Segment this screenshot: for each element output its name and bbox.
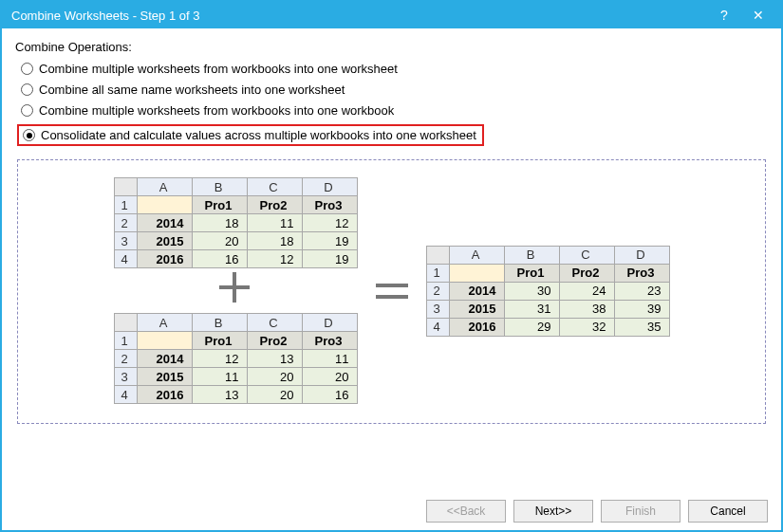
cell: 2016 bbox=[449, 318, 504, 336]
option-combine-into-one-workbook[interactable]: Combine multiple worksheets from workboo… bbox=[21, 103, 768, 118]
help-button[interactable]: ? bbox=[707, 5, 741, 26]
row-header: 4 bbox=[114, 386, 137, 404]
cell: 2016 bbox=[137, 250, 192, 268]
row-header: 2 bbox=[114, 214, 137, 232]
cell: 24 bbox=[559, 282, 614, 300]
col-header: C bbox=[247, 178, 302, 196]
plus-symbol bbox=[207, 272, 264, 309]
cell: 18 bbox=[192, 214, 247, 232]
back-button: <<Back bbox=[426, 500, 506, 523]
cell: 20 bbox=[247, 368, 302, 386]
input-tables-column: A B C D 1 Pro1 Pro2 Pro3 2 2014 18 11 bbox=[114, 177, 358, 404]
equals-symbol bbox=[364, 275, 420, 307]
button-label: Finish bbox=[625, 504, 656, 518]
cell: 2015 bbox=[137, 368, 192, 386]
row-header: 2 bbox=[114, 350, 137, 368]
col-header: B bbox=[192, 314, 247, 332]
row-header: 4 bbox=[114, 250, 137, 268]
close-button[interactable]: ✕ bbox=[741, 5, 775, 26]
cell: 2014 bbox=[137, 350, 192, 368]
col-header: B bbox=[192, 178, 247, 196]
col-header: C bbox=[559, 246, 614, 264]
row-header: 2 bbox=[426, 282, 449, 300]
cell: Pro2 bbox=[559, 264, 614, 282]
row-header: 4 bbox=[426, 318, 449, 336]
cell bbox=[137, 332, 192, 350]
cell: Pro1 bbox=[192, 332, 247, 350]
cell: 20 bbox=[302, 368, 357, 386]
col-header: D bbox=[302, 314, 357, 332]
preview-table-2: A B C D 1 Pro1 Pro2 Pro3 2 2014 12 13 bbox=[114, 313, 358, 404]
help-icon: ? bbox=[720, 8, 728, 23]
option-same-name-worksheets[interactable]: Combine all same name worksheets into on… bbox=[21, 83, 768, 97]
preview-table-result: A B C D 1 Pro1 Pro2 Pro3 2 2014 30 24 23… bbox=[426, 246, 670, 337]
option-combine-into-one-worksheet[interactable]: Combine multiple worksheets from workboo… bbox=[21, 62, 768, 76]
col-header: D bbox=[614, 246, 669, 264]
row-header: 1 bbox=[114, 332, 137, 350]
cancel-button[interactable]: Cancel bbox=[688, 500, 768, 523]
col-header: C bbox=[247, 314, 302, 332]
close-icon: ✕ bbox=[753, 8, 764, 23]
radio-icon bbox=[21, 104, 33, 117]
col-header: A bbox=[449, 246, 504, 264]
radio-icon bbox=[21, 63, 33, 75]
preview-panel: A B C D 1 Pro1 Pro2 Pro3 2 2014 18 11 bbox=[17, 159, 766, 424]
corner-cell bbox=[114, 314, 137, 332]
radio-group: Combine multiple worksheets from workboo… bbox=[15, 62, 768, 146]
title-bar: Combine Worksheets - Step 1 of 3 ? ✕ bbox=[2, 2, 781, 28]
col-header: A bbox=[137, 314, 192, 332]
cell: 2015 bbox=[449, 300, 504, 318]
cell: 18 bbox=[247, 232, 302, 250]
window-title: Combine Worksheets - Step 1 of 3 bbox=[11, 9, 707, 23]
cell bbox=[449, 264, 504, 282]
cell: 12 bbox=[302, 214, 357, 232]
button-bar: <<Back Next>> Finish Cancel bbox=[426, 500, 768, 523]
next-button[interactable]: Next>> bbox=[513, 500, 593, 523]
cell: 2014 bbox=[137, 214, 192, 232]
corner-cell bbox=[426, 246, 449, 264]
cell: 20 bbox=[192, 232, 247, 250]
cell: 29 bbox=[504, 318, 559, 336]
cell bbox=[137, 196, 192, 214]
dialog-content: Combine Operations: Combine multiple wor… bbox=[2, 28, 781, 437]
cell: Pro3 bbox=[614, 264, 669, 282]
option-label: Combine multiple worksheets from workboo… bbox=[39, 103, 394, 118]
cell: 39 bbox=[614, 300, 669, 318]
row-header: 3 bbox=[114, 232, 137, 250]
row-header: 3 bbox=[114, 368, 137, 386]
radio-icon bbox=[21, 83, 33, 96]
cell: 38 bbox=[559, 300, 614, 318]
cell: 2015 bbox=[137, 232, 192, 250]
button-label: Cancel bbox=[710, 504, 745, 518]
cell: 23 bbox=[614, 282, 669, 300]
cell: Pro1 bbox=[504, 264, 559, 282]
finish-button: Finish bbox=[601, 500, 680, 523]
corner-cell bbox=[114, 178, 137, 196]
cell: 11 bbox=[247, 214, 302, 232]
cell: 13 bbox=[192, 386, 247, 404]
cell: 16 bbox=[302, 386, 357, 404]
button-label: Next>> bbox=[535, 504, 572, 518]
cell: 11 bbox=[302, 350, 357, 368]
cell: 13 bbox=[247, 350, 302, 368]
cell: 35 bbox=[614, 318, 669, 336]
cell: Pro1 bbox=[192, 196, 247, 214]
radio-icon-selected bbox=[23, 129, 35, 141]
cell: 16 bbox=[192, 250, 247, 268]
cell: 19 bbox=[302, 232, 357, 250]
cell: Pro2 bbox=[247, 196, 302, 214]
cell: Pro3 bbox=[302, 196, 357, 214]
option-consolidate-calculate[interactable]: Consolidate and calculate values across … bbox=[21, 124, 768, 146]
button-label: <<Back bbox=[447, 504, 486, 518]
equals-icon bbox=[376, 280, 408, 303]
plus-icon bbox=[219, 272, 252, 304]
col-header: D bbox=[302, 178, 357, 196]
cell: 20 bbox=[247, 386, 302, 404]
col-header: A bbox=[137, 178, 192, 196]
cell: 2016 bbox=[137, 386, 192, 404]
cell: 31 bbox=[504, 300, 559, 318]
option-label: Combine all same name worksheets into on… bbox=[39, 83, 345, 97]
option-label: Consolidate and calculate values across … bbox=[41, 128, 476, 142]
cell: Pro3 bbox=[302, 332, 357, 350]
cell: 19 bbox=[302, 250, 357, 268]
